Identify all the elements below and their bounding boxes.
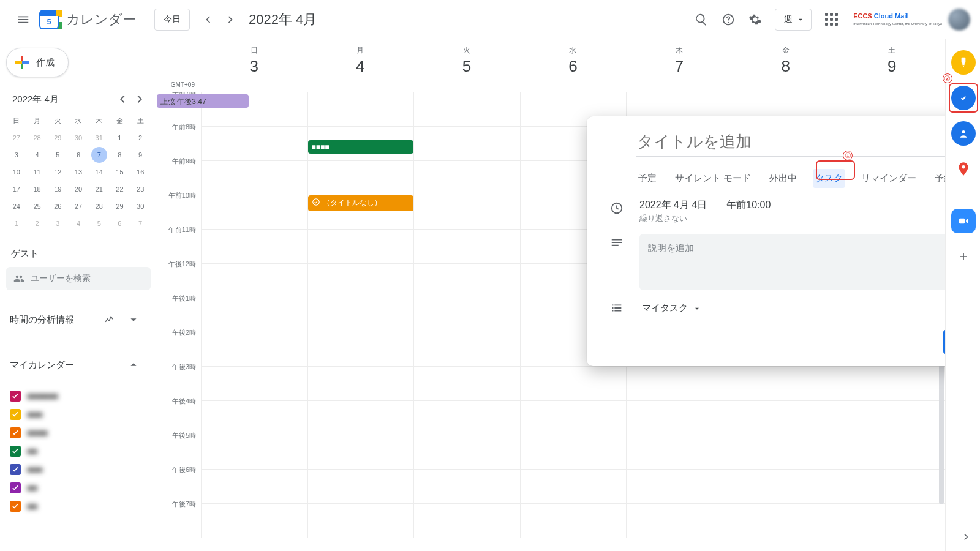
time-slot-cell[interactable]	[520, 503, 627, 538]
time-slot-cell[interactable]	[307, 298, 414, 332]
mini-day-cell[interactable]: 8	[111, 147, 127, 163]
collapse-sidepanel-button[interactable]	[960, 531, 971, 545]
mini-day-cell[interactable]: 4	[29, 147, 45, 163]
time-slot-cell[interactable]	[307, 469, 414, 503]
mini-day-cell[interactable]: 24	[9, 198, 24, 214]
mini-day-cell[interactable]: 30	[70, 130, 86, 146]
time-slot-cell[interactable]	[413, 229, 520, 263]
dialog-tab[interactable]: 予定	[636, 169, 659, 188]
zoom-addon-button[interactable]	[951, 209, 976, 233]
mini-day-cell[interactable]: 12	[50, 164, 66, 180]
calendar-list-item[interactable]: ■■	[6, 497, 151, 515]
view-selector[interactable]: 週	[775, 9, 812, 31]
mini-day-cell[interactable]: 3	[50, 216, 66, 231]
mini-day-cell[interactable]: 2	[29, 216, 45, 231]
mini-day-cell[interactable]: 16	[132, 164, 148, 180]
time-slot-cell[interactable]	[201, 298, 307, 332]
help-button[interactable]	[715, 6, 742, 33]
tasks-panel-button[interactable]	[951, 86, 976, 110]
time-slot-cell[interactable]	[201, 469, 307, 503]
dialog-recurrence[interactable]: 繰り返さない	[639, 213, 946, 224]
mini-day-cell[interactable]: 5	[50, 147, 66, 163]
google-apps-button[interactable]	[818, 6, 845, 33]
time-slot-cell[interactable]	[307, 160, 414, 195]
time-slot-cell[interactable]	[839, 469, 945, 503]
mini-day-cell[interactable]: 29	[111, 198, 127, 214]
time-slot-cell[interactable]	[839, 400, 945, 435]
time-slot-cell[interactable]	[413, 469, 520, 503]
mini-day-cell[interactable]: 28	[29, 130, 45, 146]
mini-day-cell[interactable]: 4	[70, 216, 86, 231]
account-avatar[interactable]	[948, 9, 970, 31]
mini-day-cell[interactable]: 7	[91, 147, 107, 163]
mini-day-cell[interactable]: 27	[9, 130, 24, 146]
contacts-panel-button[interactable]	[951, 121, 976, 146]
mini-day-cell[interactable]: 19	[50, 181, 66, 197]
time-slot-cell[interactable]	[201, 229, 307, 263]
dialog-description-input[interactable]: 説明を追加	[639, 234, 946, 290]
time-slot-cell[interactable]	[733, 435, 839, 469]
day-column-header[interactable]: 金8	[733, 39, 839, 92]
time-slot-cell[interactable]: ■■■■	[307, 126, 414, 160]
time-slot-cell[interactable]	[413, 195, 520, 229]
time-slot-cell[interactable]	[413, 366, 520, 400]
search-button[interactable]	[688, 6, 715, 33]
mini-day-cell[interactable]: 18	[29, 181, 45, 197]
dialog-datetime[interactable]: 2022年 4月 4日 午前10:00	[639, 199, 946, 212]
mini-day-cell[interactable]: 31	[91, 130, 107, 146]
mini-day-cell[interactable]: 1	[9, 216, 24, 231]
time-slot-cell[interactable]	[413, 160, 520, 195]
mini-day-cell[interactable]: 26	[50, 198, 66, 214]
mini-day-cell[interactable]: 10	[9, 164, 24, 180]
calendar-checkbox[interactable]	[10, 501, 21, 512]
mini-day-cell[interactable]: 1	[111, 130, 127, 146]
day-column-header[interactable]: 月4	[307, 39, 414, 92]
day-column-header[interactable]: 火5	[413, 39, 520, 92]
time-slot-cell[interactable]	[413, 92, 520, 126]
mini-prev-button[interactable]	[114, 91, 131, 108]
mini-day-cell[interactable]: 30	[132, 198, 148, 214]
time-slot-cell[interactable]	[626, 366, 733, 400]
mini-day-cell[interactable]: 11	[29, 164, 45, 180]
calendar-list-item[interactable]: ■■	[6, 442, 151, 460]
time-slot-cell[interactable]	[520, 435, 627, 469]
time-slot-cell[interactable]	[307, 263, 414, 298]
mini-day-cell[interactable]: 23	[132, 181, 148, 197]
time-slot-cell[interactable]	[201, 503, 307, 538]
prev-period-button[interactable]	[197, 9, 219, 31]
time-slot-cell[interactable]	[413, 263, 520, 298]
time-slot-cell[interactable]	[307, 366, 414, 400]
calendar-list-item[interactable]: ■■■■	[6, 424, 151, 442]
time-slot-cell[interactable]	[307, 400, 414, 435]
time-slot-cell[interactable]	[413, 126, 520, 160]
time-slot-cell[interactable]	[520, 400, 627, 435]
calendar-list-item[interactable]: ■■■	[6, 405, 151, 424]
time-slot-cell[interactable]	[839, 503, 945, 538]
mini-day-cell[interactable]: 3	[9, 147, 24, 163]
mini-next-button[interactable]	[131, 91, 148, 108]
calendar-checkbox[interactable]	[10, 446, 21, 457]
task-list-selector[interactable]: マイタスク	[639, 299, 704, 318]
mini-day-cell[interactable]: 6	[111, 216, 127, 231]
today-button[interactable]: 今日	[154, 9, 190, 31]
time-slot-cell[interactable]	[839, 435, 945, 469]
calendar-checkbox[interactable]	[10, 409, 21, 420]
time-slot-cell[interactable]	[626, 435, 733, 469]
time-slot-cell[interactable]	[413, 503, 520, 538]
time-slot-cell[interactable]	[839, 366, 945, 400]
time-slot-cell[interactable]	[626, 503, 733, 538]
time-slot-cell[interactable]	[626, 469, 733, 503]
keep-panel-button[interactable]	[951, 50, 976, 75]
day-column-header[interactable]: 土9	[839, 39, 945, 92]
mini-day-cell[interactable]: 27	[70, 198, 86, 214]
main-menu-button[interactable]	[10, 6, 37, 33]
mini-day-cell[interactable]: 6	[70, 147, 86, 163]
time-slot-cell[interactable]: （タイトルなし）	[307, 195, 414, 229]
time-slot-cell[interactable]	[733, 503, 839, 538]
calendar-list-item[interactable]: ■■■■■■	[6, 387, 151, 405]
day-column-header[interactable]: 水6	[520, 39, 627, 92]
mini-day-cell[interactable]: 5	[91, 216, 107, 231]
calendar-checkbox[interactable]	[10, 482, 21, 493]
time-slot-cell[interactable]	[307, 503, 414, 538]
time-slot-cell[interactable]	[201, 160, 307, 195]
